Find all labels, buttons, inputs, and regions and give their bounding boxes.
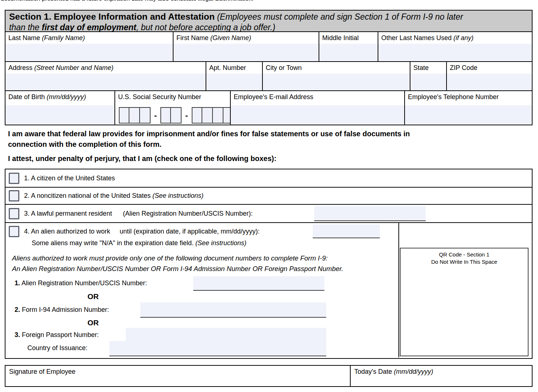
todays-date-label: Today's Date xyxy=(354,368,392,375)
dob-ssn-row: Date of Birth (mm/dd/yyyy) U.S. Social S… xyxy=(5,91,532,125)
ssn-digit-box[interactable] xyxy=(192,107,202,124)
alien-uscis-number-input[interactable] xyxy=(314,206,426,221)
state-label: State xyxy=(410,62,446,72)
option-noncitizen-national-label: 2. A noncitizen national of the United S… xyxy=(24,192,203,200)
zip-label: ZIP Code xyxy=(447,62,532,72)
checkbox-noncitizen-national[interactable] xyxy=(9,190,19,201)
option-alien-authorized-row: 4. An alien authorized to work until (ex… xyxy=(5,223,532,357)
apt-number-cell: Apt. Number xyxy=(206,62,263,90)
address-input[interactable] xyxy=(5,74,206,90)
option-permanent-resident-row: 3. A lawful permanent resident (Alien Re… xyxy=(5,205,532,223)
or-separator-2: OR xyxy=(87,318,99,327)
alien-docs-intro: Aliens authorized to work must provide o… xyxy=(12,253,343,274)
ssn-cell: U.S. Social Security Number - - xyxy=(115,91,231,125)
phone-input[interactable] xyxy=(405,105,532,125)
last-name-input[interactable] xyxy=(5,44,173,61)
ssn-digit-box[interactable] xyxy=(171,107,182,124)
apt-number-input[interactable] xyxy=(206,74,262,90)
expiration-date-prompt: until (expiration date, if applicable, m… xyxy=(120,228,260,235)
zip-input[interactable] xyxy=(447,74,532,90)
uscis-number-prompt: (Alien Registration Number/USCIS Number)… xyxy=(123,210,253,217)
citizenship-options-table: 1. A citizen of the United States 2. A n… xyxy=(5,169,533,359)
address-cell: Address (Street Number and Name) xyxy=(5,62,206,90)
signature-input-cell[interactable]: Signature of Employee xyxy=(5,366,351,386)
last-name-cell: Last Name (Family Name) xyxy=(5,32,174,61)
name-row: Last Name (Family Name) First Name (Give… xyxy=(5,32,532,62)
option-noncitizen-national-row: 2. A noncitizen national of the United S… xyxy=(5,188,532,205)
dob-input[interactable] xyxy=(5,105,114,125)
apt-number-label: Apt. Number xyxy=(206,62,262,72)
country-of-issuance-input[interactable] xyxy=(109,341,326,356)
section1-header: Section 1. Employee Information and Atte… xyxy=(5,10,533,32)
checkbox-alien-authorized[interactable] xyxy=(9,226,19,237)
checkbox-permanent-resident[interactable] xyxy=(9,208,19,219)
ssn-label: U.S. Social Security Number xyxy=(115,91,230,101)
alien-reg-number-label: 1. Alien Registration Number/USCIS Numbe… xyxy=(15,279,147,287)
i94-number-input[interactable] xyxy=(140,302,326,318)
phone-cell: Employee's Telephone Number xyxy=(405,91,532,125)
address-label: Address (Street Number and Name) xyxy=(5,62,206,72)
middle-initial-input[interactable] xyxy=(319,44,378,61)
ssn-digit-box[interactable] xyxy=(223,107,231,124)
dob-label: Date of Birth (mm/dd/yyyy) xyxy=(5,91,114,101)
work-until-date-input[interactable] xyxy=(313,224,380,238)
ssn-group-3 xyxy=(192,107,231,124)
alien-authorized-line: 4. An alien authorized to work until (ex… xyxy=(9,226,260,237)
clipped-text-line: documentation presented has a future exp… xyxy=(1,0,278,2)
attestation-instruction: I attest, under penalty of perjury, that… xyxy=(8,154,276,163)
middle-initial-label: Middle Initial xyxy=(319,32,378,42)
todays-date-input-cell[interactable]: Today's Date (mm/dd/yyyy) xyxy=(351,366,532,386)
other-last-names-input[interactable] xyxy=(378,44,532,61)
ssn-dash: - xyxy=(154,111,157,120)
ssn-input-group: - - xyxy=(119,107,231,124)
ssn-digit-box[interactable] xyxy=(202,107,213,124)
alien-reg-number-input[interactable] xyxy=(193,276,324,291)
na-note: Some aliens may write "N/A" in the expir… xyxy=(32,239,246,247)
middle-initial-cell: Middle Initial xyxy=(319,32,378,61)
qr-code-box: QR Code - Section 1 Do Not Write In This… xyxy=(400,248,529,356)
ssn-digit-box[interactable] xyxy=(213,107,223,124)
federal-law-warning: I am aware that federal law provides for… xyxy=(8,129,410,150)
option-citizen-row: 1. A citizen of the United States xyxy=(5,169,532,188)
ssn-group-2 xyxy=(160,107,182,124)
ssn-digit-box[interactable] xyxy=(129,107,140,124)
qr-code-title: QR Code - Section 1 xyxy=(439,251,489,258)
city-input[interactable] xyxy=(263,74,410,90)
option-permanent-resident-label: 3. A lawful permanent resident xyxy=(24,210,112,217)
ssn-digit-box[interactable] xyxy=(119,107,129,124)
dob-cell: Date of Birth (mm/dd/yyyy) xyxy=(5,91,115,125)
ssn-digit-box[interactable] xyxy=(160,107,171,124)
phone-label: Employee's Telephone Number xyxy=(405,91,532,101)
last-name-label: Last Name (Family Name) xyxy=(5,32,173,42)
first-name-cell: First Name (Given Name) xyxy=(174,32,319,61)
zip-cell: ZIP Code xyxy=(447,62,532,90)
option-alien-authorized-label: 4. An alien authorized to work xyxy=(24,228,110,235)
ssn-dash: - xyxy=(185,111,188,120)
form-i9-section1-page: documentation presented has a future exp… xyxy=(0,0,538,392)
first-name-input[interactable] xyxy=(174,44,319,61)
other-last-names-cell: Other Last Names Used (if any) xyxy=(378,32,532,61)
signature-label: Signature of Employee xyxy=(9,368,75,375)
email-cell: Employee's E-mail Address xyxy=(231,91,405,125)
foreign-passport-label: 3. Foreign Passport Number: xyxy=(15,331,99,339)
state-cell: State xyxy=(410,62,447,90)
ssn-group-1 xyxy=(119,107,151,124)
city-label: City or Town xyxy=(263,62,410,72)
checkbox-citizen[interactable] xyxy=(9,173,19,184)
state-input[interactable] xyxy=(410,74,446,90)
column-divider xyxy=(398,223,399,357)
email-label: Employee's E-mail Address xyxy=(231,91,404,101)
option-citizen-label: 1. A citizen of the United States xyxy=(24,175,115,182)
first-name-label: First Name (Given Name) xyxy=(174,32,319,42)
section1-title: Section 1. Employee Information and Atte… xyxy=(9,12,215,21)
email-input[interactable] xyxy=(231,105,404,125)
city-cell: City or Town xyxy=(263,62,410,90)
address-row: Address (Street Number and Name) Apt. Nu… xyxy=(5,62,532,91)
todays-date-hint: (mm/dd/yyyy) xyxy=(394,368,433,375)
qr-code-subtitle: Do Not Write In This Space xyxy=(431,259,497,265)
i94-number-label: 2. Form I-94 Admission Number: xyxy=(15,306,109,314)
signature-table: Signature of Employee Today's Date (mm/d… xyxy=(5,365,533,387)
clipped-text: documentation presented has a future exp… xyxy=(1,0,278,2)
ssn-digit-box[interactable] xyxy=(140,107,151,124)
country-of-issuance-label: Country of Issuance: xyxy=(27,344,87,352)
